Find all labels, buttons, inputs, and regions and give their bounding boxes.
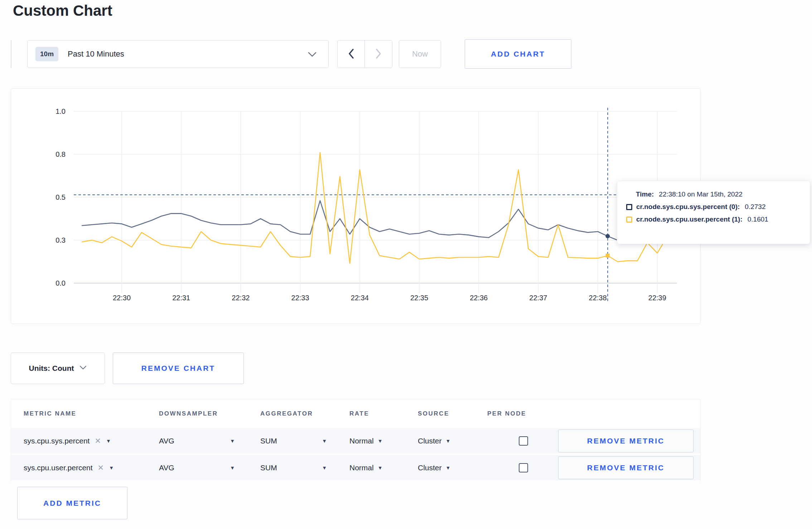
time-range-select[interactable]: 10m Past 10 Minutes <box>27 40 329 68</box>
caret-down-icon[interactable]: ▼ <box>378 465 383 471</box>
column-header-downsampler: DOWNSAMPLER <box>159 410 260 417</box>
metric-row: sys.cpu.user.percent✕▼AVG▼SUM▼Normal▼Clu… <box>11 455 700 480</box>
caret-down-icon[interactable]: ▼ <box>230 438 235 444</box>
caret-down-icon[interactable]: ▼ <box>378 438 383 444</box>
y-axis-tick-label: 0.3 <box>55 236 66 244</box>
caret-down-icon[interactable]: ▼ <box>106 438 111 444</box>
time-step-arrows <box>337 40 392 68</box>
aggregator-select[interactable]: SUM▼ <box>260 437 327 445</box>
chevron-down-icon <box>79 365 87 372</box>
crosshair-marker-user <box>606 254 610 258</box>
per-node-cell <box>487 436 558 446</box>
tooltip-series-label: cr.node.sys.cpu.user.percent (1): <box>636 215 743 223</box>
clear-metric-icon[interactable]: ✕ <box>98 464 104 472</box>
downsampler-select[interactable]: AVG▼ <box>159 437 235 445</box>
series-swatch-icon <box>626 204 632 210</box>
tooltip-series-label: cr.node.sys.cpu.sys.percent (0): <box>636 203 740 211</box>
caret-down-icon[interactable]: ▼ <box>322 465 327 471</box>
crosshair-marker-sys <box>605 234 610 238</box>
toolbar-divider <box>11 40 11 68</box>
rate-select[interactable]: Normal▼ <box>349 437 418 445</box>
series-line-0 <box>82 201 667 240</box>
x-axis-tick-label: 22:33 <box>291 294 309 302</box>
chevron-left-icon <box>348 48 354 60</box>
clear-metric-icon[interactable]: ✕ <box>95 437 101 445</box>
source-select[interactable]: Cluster▼ <box>418 437 487 445</box>
series-swatch-icon <box>626 217 632 223</box>
caret-down-icon[interactable]: ▼ <box>230 465 235 471</box>
downsampler-value: AVG <box>159 464 174 472</box>
remove-metric-cell: REMOVE METRIC <box>558 429 701 452</box>
caret-down-icon[interactable]: ▼ <box>446 465 451 471</box>
remove-metric-button[interactable]: REMOVE METRIC <box>558 456 693 479</box>
units-select[interactable]: Units: Count <box>11 353 105 384</box>
now-button[interactable]: Now <box>399 40 441 68</box>
add-chart-button[interactable]: ADD CHART <box>465 39 571 69</box>
downsampler-cell: AVG▼ <box>159 464 260 472</box>
caret-down-icon[interactable]: ▼ <box>446 438 451 444</box>
column-header-source: SOURCE <box>418 410 487 417</box>
aggregator-value: SUM <box>260 437 277 445</box>
time-range-badge: 10m <box>35 47 58 61</box>
rate-select[interactable]: Normal▼ <box>349 464 418 472</box>
downsampler-value: AVG <box>159 437 174 445</box>
y-axis-tick-label: 0.8 <box>55 150 66 158</box>
y-axis-tick-label: 1.0 <box>55 107 66 115</box>
aggregator-cell: SUM▼ <box>260 464 349 472</box>
time-range-label: Past 10 Minutes <box>68 49 124 59</box>
remove-chart-button[interactable]: REMOVE CHART <box>113 353 244 384</box>
metric-row: sys.cpu.sys.percent✕▼AVG▼SUM▼Normal▼Clus… <box>11 428 700 453</box>
y-axis-tick-label: 0.5 <box>55 193 66 201</box>
column-header-aggregator: AGGREGATOR <box>260 410 349 417</box>
tooltip-time-label: Time: <box>636 190 654 198</box>
custom-chart-page: Custom Chart 10m Past 10 Minutes Now ADD… <box>0 0 812 529</box>
remove-metric-cell: REMOVE METRIC <box>558 456 701 479</box>
tooltip-series-value: 0.1601 <box>748 215 768 223</box>
next-time-button[interactable] <box>365 40 392 68</box>
column-header-metric-name: METRIC NAME <box>24 410 159 417</box>
metrics-line-chart[interactable]: 0.00.30.50.81.022:3022:3122:3222:3322:34… <box>11 89 700 324</box>
source-value: Cluster <box>418 464 442 472</box>
x-axis-tick-label: 22:34 <box>351 294 369 302</box>
aggregator-value: SUM <box>260 464 277 472</box>
metric-name-value: sys.cpu.user.percent <box>24 464 93 472</box>
caret-down-icon[interactable]: ▼ <box>109 465 114 471</box>
x-axis-tick-label: 22:35 <box>410 294 428 302</box>
caret-down-icon[interactable]: ▼ <box>322 438 327 444</box>
previous-time-button[interactable] <box>338 40 365 68</box>
aggregator-select[interactable]: SUM▼ <box>260 464 327 472</box>
x-axis-tick-label: 22:32 <box>232 294 250 302</box>
x-axis-tick-label: 22:39 <box>648 294 666 302</box>
x-axis-tick-label: 22:30 <box>113 294 131 302</box>
tooltip-series-row: cr.node.sys.cpu.user.percent (1):0.1601 <box>626 215 800 223</box>
column-header-per-node: PER NODE <box>487 410 558 417</box>
x-axis-tick-label: 22:37 <box>529 294 547 302</box>
chevron-right-icon <box>375 48 382 60</box>
per-node-checkbox[interactable] <box>519 436 528 446</box>
x-axis-tick-label: 22:38 <box>589 294 607 302</box>
tooltip-series-value: 0.2732 <box>745 203 765 211</box>
metric-name-select[interactable]: sys.cpu.user.percent✕▼ <box>24 464 159 472</box>
chevron-down-icon <box>308 52 317 59</box>
add-metric-button[interactable]: ADD METRIC <box>17 487 127 519</box>
per-node-cell <box>487 463 558 472</box>
page-title: Custom Chart <box>13 2 112 19</box>
chart-card: 0.00.30.50.81.022:3022:3122:3222:3322:34… <box>11 88 701 324</box>
rate-value: Normal <box>349 437 374 445</box>
tooltip-series-row: cr.node.sys.cpu.sys.percent (0):0.2732 <box>626 203 800 211</box>
per-node-checkbox[interactable] <box>519 463 528 472</box>
source-select[interactable]: Cluster▼ <box>418 464 487 472</box>
metrics-table: METRIC NAMEDOWNSAMPLERAGGREGATORRATESOUR… <box>11 399 701 482</box>
metric-name-select[interactable]: sys.cpu.sys.percent✕▼ <box>24 437 159 445</box>
chart-tooltip: Time:22:38:10 on Mar 15th, 2022cr.node.s… <box>617 181 810 244</box>
metrics-table-header: METRIC NAMEDOWNSAMPLERAGGREGATORRATESOUR… <box>11 399 700 428</box>
source-value: Cluster <box>418 437 442 445</box>
tooltip-time-row: Time:22:38:10 on Mar 15th, 2022 <box>626 190 800 198</box>
column-header-rate: RATE <box>349 410 418 417</box>
units-label: Units: Count <box>29 364 74 373</box>
series-line-1 <box>82 152 667 263</box>
downsampler-select[interactable]: AVG▼ <box>159 464 235 472</box>
x-axis-tick-label: 22:36 <box>470 294 488 302</box>
x-axis-tick-label: 22:31 <box>172 294 190 302</box>
remove-metric-button[interactable]: REMOVE METRIC <box>558 429 693 452</box>
